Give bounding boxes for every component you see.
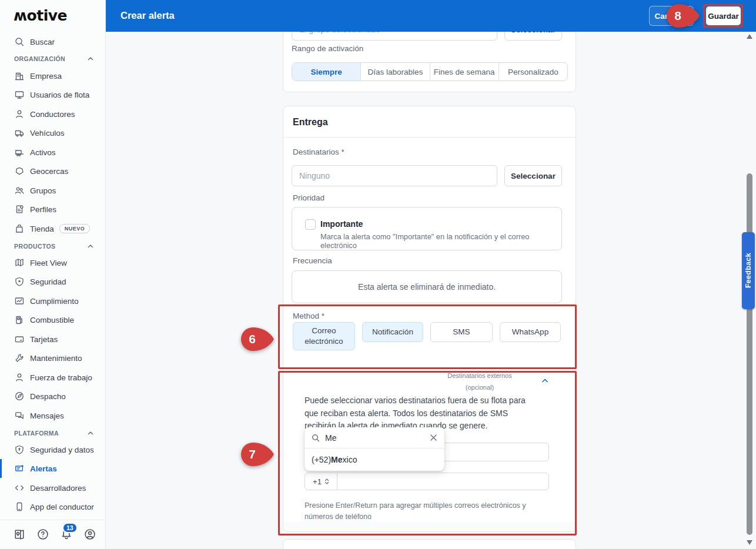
country-search-input[interactable]: Me xyxy=(325,433,424,443)
country-code-select[interactable]: +1 xyxy=(305,473,337,490)
top-header: Crear alerta Cancelar Guardar xyxy=(106,0,756,32)
sidebar-item-label: Cumplimiento xyxy=(30,297,79,306)
sidebar-footer: 13 xyxy=(0,525,105,548)
external-recipients-subtitle: (opcional) xyxy=(421,384,538,391)
wrench-icon xyxy=(14,353,25,363)
group-icon xyxy=(14,185,25,196)
scrollbar-down-arrow[interactable] xyxy=(747,540,752,545)
sidebar-item-mensajes[interactable]: Mensajes xyxy=(14,408,102,423)
svg-text:7: 7 xyxy=(249,447,256,461)
sidebar-section-productos[interactable]: PRODUCTOS xyxy=(14,242,94,251)
sidebar-item-tarjetas[interactable]: Tarjetas xyxy=(14,332,102,347)
method-correo-electronico-button[interactable]: Correo electrónico xyxy=(293,322,355,350)
delivery-card-title: Entrega xyxy=(293,117,328,128)
save-button[interactable]: Guardar xyxy=(706,6,741,25)
sidebar-item-empresa[interactable]: Empresa xyxy=(14,68,102,83)
search-icon xyxy=(14,36,25,47)
sidebar-item-activos[interactable]: Activos xyxy=(14,145,102,160)
important-checkbox[interactable] xyxy=(305,219,316,230)
select-recipients-button-label: Seleccionar xyxy=(511,172,556,180)
sidebar-item-combustible[interactable]: Combustible xyxy=(14,312,102,327)
sidebar-item-fleet-view[interactable]: Fleet View xyxy=(14,255,102,270)
feedback-tab[interactable]: Feedback xyxy=(742,232,755,309)
country-search-row: Me xyxy=(305,427,444,448)
sidebar-item-label: Conductores xyxy=(30,110,75,119)
activation-range-label: Rango de activación xyxy=(292,44,363,53)
sidebar-item-seguridad-y-datos[interactable]: Seguridad y datos xyxy=(14,442,102,457)
method-label-text: Method xyxy=(293,312,319,320)
logbook-icon[interactable] xyxy=(13,528,26,541)
scrollbar-thumb[interactable] xyxy=(747,173,752,535)
required-mark: * xyxy=(342,148,344,156)
country-code-value: +1 xyxy=(313,477,322,486)
external-phone-input[interactable] xyxy=(337,473,548,490)
sidebar-item-geocercas[interactable]: Geocercas xyxy=(14,163,102,179)
sidebar-section-organizacion[interactable]: ORGANIZACIÓN xyxy=(14,54,94,63)
shield-lock-icon xyxy=(14,444,25,455)
required-mark: * xyxy=(322,312,325,320)
country-result-match: Me xyxy=(331,455,342,464)
sidebar-item-app-del-conductor[interactable]: App del conductor xyxy=(14,499,102,514)
frequency-box: Esta alerta se eliminará de inmediato. xyxy=(292,270,562,303)
sidebar-item-conductores[interactable]: Conductores xyxy=(14,106,102,122)
sidebar-item-tienda[interactable]: Tienda NUEVO xyxy=(14,221,102,236)
card-footer-strip xyxy=(283,522,576,531)
tab-personalizado[interactable]: Personalizado xyxy=(499,63,567,81)
shopping-bag-icon xyxy=(14,223,25,234)
chevron-up-icon xyxy=(87,243,94,250)
building-icon xyxy=(14,71,25,81)
sidebar-item-desarrolladores[interactable]: Desarrolladores xyxy=(14,480,102,496)
close-icon[interactable] xyxy=(430,434,437,441)
scrollbar-up-arrow[interactable] xyxy=(747,34,752,39)
sidebar-item-label: Tienda xyxy=(30,225,54,233)
country-result-mexico[interactable]: (+52) Me xico xyxy=(305,448,444,471)
sidebar-item-label: Seguridad y datos xyxy=(30,446,94,454)
method-notificacion-button[interactable]: Notificación xyxy=(362,322,423,342)
country-search-popover: Me (+52) Me xico xyxy=(305,427,444,471)
sidebar-item-despacho[interactable]: Despacho xyxy=(14,389,102,404)
sidebar-item-fuerza-de-trabajo[interactable]: Fuerza de trabajo xyxy=(14,370,102,385)
external-recipients-header: Destinatarios externos (opcional) xyxy=(421,372,538,391)
help-icon[interactable] xyxy=(36,528,49,541)
sidebar-item-grupos[interactable]: Grupos xyxy=(14,183,102,198)
recipients-label-text: Destinatarios xyxy=(293,148,339,156)
sidebar-item-alertas[interactable]: Alertas xyxy=(14,461,102,476)
important-label: Importante xyxy=(320,219,363,229)
sidebar-item-label: Grupos xyxy=(30,186,56,195)
section-label: PLATAFORMA xyxy=(14,430,59,437)
sidebar-item-cumplimiento[interactable]: Cumplimiento xyxy=(14,293,102,309)
tab-dias-laborables[interactable]: Días laborables xyxy=(360,63,429,81)
sidebar-item-label: Buscar xyxy=(30,38,55,46)
select-recipients-button[interactable]: Seleccionar xyxy=(504,165,562,186)
sidebar-item-label: Activos xyxy=(30,148,56,157)
frequency-text: Esta alerta se eliminará de inmediato. xyxy=(358,282,496,292)
sidebar-item-usuarios-de-flota[interactable]: Usuarios de flota xyxy=(14,87,102,102)
important-description: Marca la alerta como "Importante" en la … xyxy=(320,232,556,250)
person-icon xyxy=(14,109,25,119)
method-whatsapp-button[interactable]: WhatsApp xyxy=(500,322,561,342)
collapse-chevron-up-icon[interactable] xyxy=(541,377,549,385)
chat-icon xyxy=(14,410,25,421)
sidebar-item-buscar[interactable]: Buscar xyxy=(14,34,102,49)
sidebar-item-mantenimiento[interactable]: Mantenimiento xyxy=(14,350,102,366)
sidebar-item-label: Combustible xyxy=(30,316,74,324)
next-card-partial xyxy=(283,539,576,549)
tab-siempre[interactable]: Siempre xyxy=(292,63,360,81)
sidebar-item-seguridad[interactable]: Seguridad xyxy=(14,274,102,289)
phone-icon xyxy=(14,501,25,512)
feedback-tab-label: Feedback xyxy=(744,253,752,288)
recipients-input[interactable]: Ninguno xyxy=(292,165,497,186)
tab-fines-de-semana[interactable]: Fines de semana xyxy=(430,63,499,81)
method-sms-button[interactable]: SMS xyxy=(430,322,493,342)
sidebar-section-plataforma[interactable]: PLATAFORMA xyxy=(14,429,94,438)
geofence-icon xyxy=(14,166,25,176)
sidebar-item-label: Despacho xyxy=(30,392,66,401)
map-icon xyxy=(14,257,25,268)
important-option-box: Importante Marca la alerta como "Importa… xyxy=(292,207,562,250)
notification-count-badge: 13 xyxy=(62,523,78,533)
chevron-up-icon xyxy=(87,55,94,62)
sidebar-item-perfiles[interactable]: Perfiles xyxy=(14,202,102,217)
cancel-button[interactable]: Cancelar xyxy=(649,6,694,26)
account-icon[interactable] xyxy=(83,528,96,541)
sidebar-item-vehiculos[interactable]: Vehículos xyxy=(14,125,102,140)
